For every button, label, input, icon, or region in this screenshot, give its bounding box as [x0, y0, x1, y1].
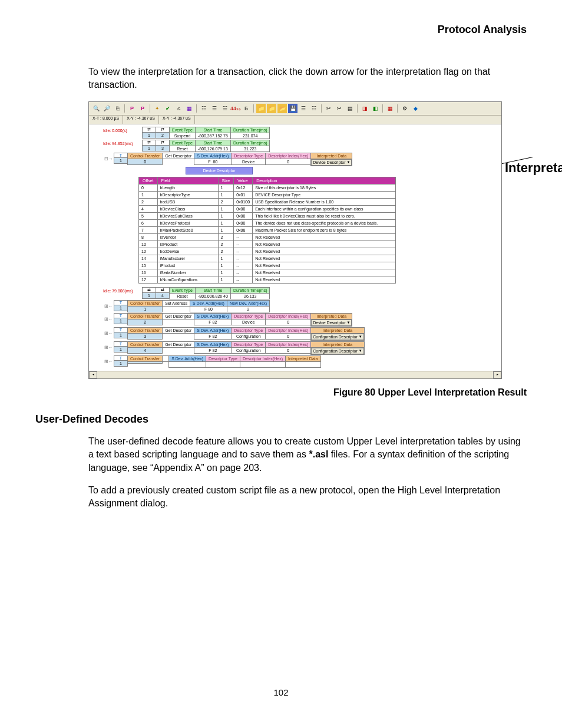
table-row: 7bMaxPacketSize010x08Maximum Packet Size…	[139, 226, 396, 233]
folder-icon[interactable]: 📂	[277, 104, 287, 113]
analyzer-window: 🔍 🔎 ⎘ P P ✦ ✔ ⎌ ▦ ☷ ☰ ☱ 44₁₆ Б 📁 📁 📂 💾 ☰…	[88, 101, 502, 379]
table-cell: 7	[139, 226, 158, 233]
table-cell: 12	[139, 248, 158, 255]
value-cell: 0	[265, 159, 311, 165]
table-cell: bDeviceSubClass	[157, 212, 218, 219]
value-cell: Reset	[169, 293, 196, 299]
tree-expand-icon[interactable]: ⊞←	[103, 300, 114, 312]
interpretation-dropdown[interactable]: Configuration Descriptor▼	[310, 347, 364, 355]
table-cell: This field like bDeviceClass must also b…	[253, 212, 396, 219]
interpretation-dropdown[interactable]: Device Descriptor▼	[310, 159, 352, 166]
save-icon[interactable]: 💾	[288, 104, 297, 113]
table-cell: bcdDevice	[157, 248, 218, 255]
seq-cell: 1	[142, 145, 156, 151]
table-cell: 2	[139, 198, 158, 205]
table-row: 15iProduct1--Not Received	[139, 262, 396, 269]
tool-icon[interactable]: ▤	[345, 104, 355, 113]
table-cell: 17	[139, 276, 158, 283]
interpretation-dropdown[interactable]: Configuration Descriptor▼	[310, 333, 364, 341]
table-cell: 15	[139, 262, 158, 269]
table-cell: 5	[139, 212, 158, 219]
tool-icon[interactable]: ☰	[299, 104, 308, 113]
value-cell: Device	[231, 159, 266, 165]
tree-expand-icon[interactable]: ⊞←	[103, 327, 114, 340]
tool-icon[interactable]: ⎘	[113, 104, 122, 113]
scroll-right-icon[interactable]: ▸	[493, 371, 501, 378]
table-cell: bDescriptorType	[157, 191, 218, 198]
page-number: 102	[35, 687, 527, 697]
value-cell: -800,126.079 13	[195, 146, 231, 152]
table-cell: The device does not use class-specific p…	[253, 219, 396, 226]
table-cell: 0	[139, 184, 158, 191]
table-cell: Each interface within a configuration sp…	[253, 205, 396, 212]
tool-icon[interactable]: ☱	[220, 104, 230, 113]
table-cell: 1	[218, 219, 234, 226]
table-cell: idVendor	[157, 233, 218, 241]
table-row: 5bDeviceSubClass10x00This field like bDe…	[139, 212, 396, 219]
tree-expand-icon[interactable]: ⊞←	[103, 341, 114, 354]
tree-expand-icon[interactable]: ⊞←	[103, 313, 114, 326]
table-cell: Not Received	[253, 241, 396, 248]
control-transfer-row: ⊞← T1 Control Transfer4 Get Descriptor S…	[103, 341, 499, 354]
tool-icon[interactable]: ✔	[163, 104, 173, 113]
table-cell: 0x00	[234, 205, 253, 212]
table-row: 8idVendor2--Not Received	[139, 233, 396, 241]
table-cell: --	[234, 248, 253, 255]
folder-icon[interactable]: 📁	[267, 104, 276, 113]
tree-expand-icon[interactable]: ⊟→	[103, 153, 114, 166]
value-cell: Reset	[169, 146, 196, 152]
table-row: 4bDeviceClass10x00Each interface within …	[139, 205, 396, 212]
chevron-down-icon[interactable]: ▼	[346, 160, 350, 164]
idle-label: Idle: 0.000(s)	[103, 127, 142, 139]
tool-icon[interactable]: 🔎	[102, 104, 111, 113]
tool-icon[interactable]: 🔍	[91, 104, 101, 113]
table-cell: Not Received	[253, 248, 396, 255]
tool-icon[interactable]: ✂	[335, 104, 344, 113]
body-paragraph: To add a previously created custom scrip…	[88, 484, 527, 510]
event-row: Idle: 94.852(ms) ⇄1 ⇄3 Event TypeReset S…	[103, 140, 499, 151]
tool-icon[interactable]: ✂	[324, 104, 333, 113]
table-cell: 1	[218, 205, 234, 212]
tool-icon[interactable]: ☷	[199, 104, 209, 113]
tool-icon[interactable]: ▦	[385, 104, 395, 113]
tool-icon[interactable]: ⎌	[174, 104, 183, 113]
tool-icon[interactable]: ◧	[371, 104, 380, 113]
table-row: 10idProduct2--Not Received	[139, 241, 396, 248]
table-cell: 1	[218, 226, 234, 233]
horizontal-scrollbar[interactable]: ◂ ▸	[89, 371, 501, 378]
interpretation-dropdown[interactable]: Device Descriptor▼	[310, 319, 352, 327]
table-cell: 1	[218, 191, 234, 198]
tree-expand-icon[interactable]: ⊞←	[103, 355, 114, 367]
table-cell: Not Received	[253, 255, 396, 262]
tool-icon[interactable]: ▦	[184, 104, 194, 113]
table-row: 16iSerialNumber1--Not Received	[139, 269, 396, 276]
value-cell: F 80	[194, 159, 232, 165]
gear-icon[interactable]: ⚙	[400, 104, 409, 113]
table-cell: 14	[139, 255, 158, 262]
table-row: 2bcdUSB20x0100USB Specification Release …	[139, 198, 396, 205]
tool-icon[interactable]: Б	[242, 104, 251, 113]
tool-icon[interactable]: ☰	[210, 104, 219, 113]
tool-icon[interactable]: ✦	[153, 104, 162, 113]
callout-label: Interpretation flag	[505, 160, 562, 176]
table-cell: 0x00	[234, 219, 253, 226]
table-cell: --	[234, 262, 253, 269]
tool-icon[interactable]: ◆	[411, 104, 420, 113]
table-cell: 0x08	[234, 226, 253, 233]
scroll-left-icon[interactable]: ◂	[89, 371, 97, 378]
table-cell: iManufacturer	[157, 255, 218, 262]
table-cell: Not Received	[253, 262, 396, 269]
tool-icon[interactable]: 44₁₆	[231, 104, 240, 113]
table-cell: 4	[139, 205, 158, 212]
idle-label: Idle: 94.852(ms)	[103, 140, 142, 151]
table-cell: 8	[139, 233, 158, 241]
table-cell: bLength	[157, 184, 218, 191]
table-cell: DEVICE Descriptor Type	[253, 191, 396, 198]
table-cell: 1	[218, 212, 234, 219]
value-cell: Suspend	[169, 133, 196, 139]
tool-icon[interactable]: ☷	[309, 104, 319, 113]
folder-icon[interactable]: 📁	[256, 104, 266, 113]
p-icon[interactable]: P	[127, 104, 137, 113]
tool-icon[interactable]: ◨	[360, 104, 369, 113]
p-icon[interactable]: P	[138, 104, 147, 113]
